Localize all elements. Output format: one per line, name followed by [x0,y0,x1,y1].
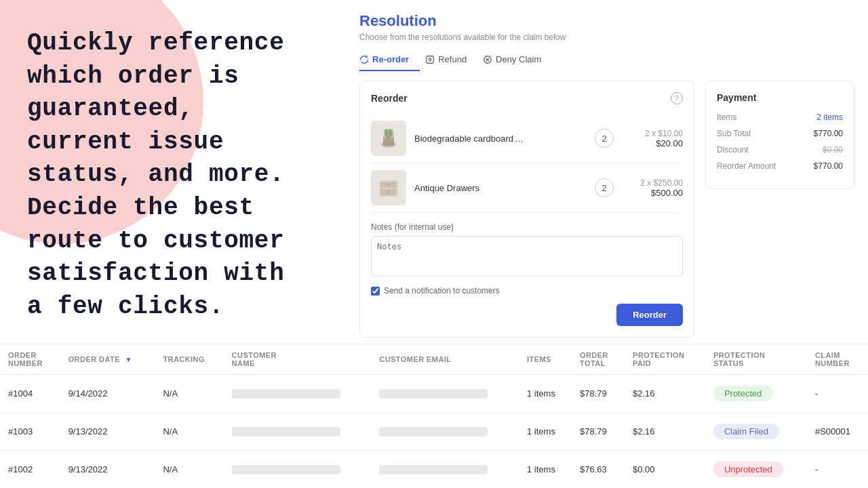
table-row[interactable]: #1003 9/13/2022 N/A 1 items $78.79 $2.16… [0,413,868,451]
col-tracking: TRACKING [155,344,223,375]
svg-point-14 [387,184,390,186]
cell-order-date: 9/13/2022 [60,451,155,489]
reorder-section-title: Reorder [371,93,408,104]
cell-order-date: 9/14/2022 [60,375,155,413]
payment-row-reorder-amount: Reorder Amount $770.00 [717,161,843,171]
pot-icon [376,125,401,151]
x-circle-icon [483,55,492,64]
cell-protection-status: Protected [705,375,807,413]
cell-protection-status: Claim Filed [705,413,807,451]
product-name-2: Antique Drawers [414,183,587,193]
drawer-icon [376,175,401,201]
notification-row: Send a notification to customers [371,286,683,296]
cell-customer-name [224,413,372,451]
price-line-2: 2 x $250.00 [622,178,683,188]
price-total-2: $500.00 [622,188,683,198]
reorder-amount-value: $770.00 [814,161,843,171]
table-row[interactable]: #1002 9/13/2022 N/A 1 items $76.63 $0.00… [0,451,868,489]
tab-reorder[interactable]: Re-order [359,50,420,71]
protection-status-badge: Unprotected [713,462,783,477]
table-header-row: ORDERNUMBER ORDER DATE ▼ TRACKING CUSTOM… [0,344,868,375]
discount-label: Discount [717,145,749,155]
notification-checkbox[interactable] [371,287,380,296]
notes-textarea[interactable] [371,236,683,277]
tab-deny-claim[interactable]: Deny Claim [483,50,552,71]
product-price-2: 2 x $250.00 $500.00 [622,178,683,198]
col-order-date[interactable]: ORDER DATE ▼ [60,344,155,375]
product-row-2: Antique Drawers 2 2 x $250.00 $500.00 [371,163,683,213]
cell-order-number: #1002 [0,451,60,489]
svg-point-9 [384,129,388,136]
cell-claim-number: #S00001 [807,413,868,451]
cell-protection-status: Unprotected [705,451,807,489]
resolution-tabs: Re-order Refund Deny Claim [359,50,854,71]
payment-row-discount: Discount $0.00 [717,145,843,155]
col-claim-number: CLAIMNUMBER [807,344,868,375]
cell-tracking: N/A [155,413,223,451]
cell-protection-paid: $2.16 [625,413,705,451]
cell-order-number: #1003 [0,413,60,451]
cell-customer-email [371,375,519,413]
cell-order-number: #1004 [0,375,60,413]
price-total-1: $20.00 [622,138,683,148]
protection-status-badge: Claim Filed [713,424,779,439]
tab-deny-claim-label: Deny Claim [496,54,541,64]
cell-tracking: N/A [155,375,223,413]
cell-customer-email [371,451,519,489]
cell-items: 1 items [519,413,572,451]
svg-rect-0 [427,56,434,63]
cell-protection-paid: $0.00 [625,451,705,489]
cell-items: 1 items [519,451,572,489]
items-label: Items [717,113,736,122]
payment-panel: Payment Items 2 items Sub Total $770.00 … [705,81,854,189]
resolution-subtitle: Choose from the resolutions available fo… [359,33,854,42]
payment-row-subtotal: Sub Total $770.00 [717,129,843,138]
reorder-button[interactable]: Reorder [616,304,683,326]
info-icon[interactable]: ? [671,92,683,104]
cell-claim-number: - [807,451,868,489]
tab-reorder-label: Re-order [372,54,409,64]
hero-panel: Quickly reference which order is guarant… [27,27,312,323]
resolution-content: Reorder ? Biodegradable cardboard ... [359,81,854,338]
col-customer-name: CUSTOMERNAME [224,344,372,375]
col-protection-paid: PROTECTIONPAID [625,344,705,375]
notification-label: Send a notification to customers [384,286,500,296]
resolution-title: Resolution [359,12,854,30]
table-row[interactable]: #1004 9/14/2022 N/A 1 items $78.79 $2.16… [0,375,868,413]
cell-customer-name [224,375,372,413]
orders-table: ORDERNUMBER ORDER DATE ▼ TRACKING CUSTOM… [0,344,868,488]
product-qty-1: 2 [595,129,614,148]
hero-text: Quickly reference which order is guarant… [27,27,312,323]
orders-table-section: ORDERNUMBER ORDER DATE ▼ TRACKING CUSTOM… [0,344,868,488]
cell-tracking: N/A [155,451,223,489]
tab-refund-label: Refund [438,54,467,64]
cell-items: 1 items [519,375,572,413]
subtotal-value: $770.00 [814,129,843,138]
cell-claim-number: - [807,375,868,413]
cell-customer-email [371,413,519,451]
product-price-1: 2 x $10.00 $20.00 [622,129,683,148]
tab-refund[interactable]: Refund [425,50,477,71]
payment-row-items: Items 2 items [717,113,843,122]
product-image-2 [371,170,406,205]
payment-title: Payment [717,92,843,103]
cell-order-total: $76.63 [572,451,625,489]
product-name-1: Biodegradable cardboard ... [414,134,587,144]
sort-icon: ▼ [125,356,132,363]
col-order-total: ORDERTOTAL [572,344,625,375]
table-body: #1004 9/14/2022 N/A 1 items $78.79 $2.16… [0,375,868,489]
reorder-header: Reorder ? [371,92,683,104]
product-row-1: Biodegradable cardboard ... 2 2 x $10.00… [371,114,683,163]
discount-value: $0.00 [823,145,843,155]
protection-status-badge: Protected [713,386,773,401]
product-image-1 [371,121,406,156]
svg-point-10 [389,129,393,136]
svg-point-15 [387,191,390,194]
col-items: ITEMS [519,344,572,375]
cell-order-date: 9/13/2022 [60,413,155,451]
cell-customer-name [224,451,372,489]
col-protection-status: PROTECTIONSTATUS [705,344,807,375]
subtotal-label: Sub Total [717,129,751,138]
cell-protection-paid: $2.16 [625,375,705,413]
tag-icon [425,55,435,64]
